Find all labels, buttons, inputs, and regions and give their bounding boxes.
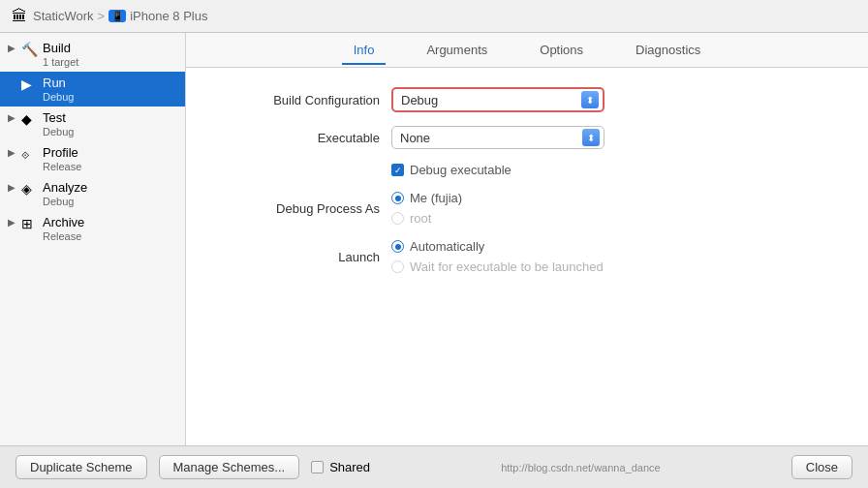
bottom-left: Duplicate Scheme Manage Schemes... Share… xyxy=(16,455,370,479)
debug-executable-checkbox[interactable] xyxy=(391,164,404,176)
tab-options[interactable]: Options xyxy=(528,37,595,65)
device-icon: 📱 xyxy=(108,10,126,22)
executable-value: None xyxy=(400,131,578,145)
manage-schemes-button[interactable]: Manage Schemes... xyxy=(159,455,300,479)
debug-process-me-label: Me (fujia) xyxy=(410,191,462,205)
watermark: http://blog.csdn.net/wanna_dance xyxy=(382,462,780,473)
debug-process-row: Debug Process As Me (fujia) root xyxy=(225,191,829,226)
run-icon: ▶ xyxy=(21,76,39,92)
profile-item-content: Profile Release xyxy=(43,145,81,172)
sidebar-item-run[interactable]: ▶ Run Debug xyxy=(0,72,185,107)
watermark-text: http://blog.csdn.net/wanna_dance xyxy=(501,462,661,473)
debug-process-radio-group: Me (fujia) root xyxy=(391,191,462,226)
build-config-dropdown[interactable]: Debug ⬍ xyxy=(391,87,604,112)
run-item-content: Run Debug xyxy=(43,76,74,103)
launch-auto-radio[interactable] xyxy=(391,240,404,253)
test-label: Test xyxy=(43,110,74,125)
sidebar-item-build[interactable]: ▶ 🔨 Build 1 target xyxy=(0,37,185,72)
project-name: StaticWork xyxy=(33,9,94,23)
build-config-label: Build Configuration xyxy=(225,93,380,107)
shared-checkbox-row: Shared xyxy=(311,460,370,474)
launch-wait-radio[interactable] xyxy=(391,260,404,273)
close-button[interactable]: Close xyxy=(791,455,852,479)
sidebar-item-test[interactable]: ▶ ◆ Test Debug xyxy=(0,107,185,141)
run-label: Run xyxy=(43,76,74,90)
build-config-arrow-icon: ⬍ xyxy=(581,91,599,108)
tab-bar: Info Arguments Options Diagnostics xyxy=(186,33,868,68)
main-content: ▶ 🔨 Build 1 target ▶ Run Debug ▶ ◆ Test … xyxy=(0,33,868,445)
title-bar: 🏛 StaticWork > 📱 iPhone 8 Plus xyxy=(0,0,868,33)
launch-radio-group: Automatically Wait for executable to be … xyxy=(391,239,604,274)
launch-auto-label: Automatically xyxy=(410,239,484,254)
test-item-content: Test Debug xyxy=(43,110,74,137)
expand-icon-build: ▶ xyxy=(8,43,17,53)
duplicate-scheme-button[interactable]: Duplicate Scheme xyxy=(16,455,147,479)
sidebar: ▶ 🔨 Build 1 target ▶ Run Debug ▶ ◆ Test … xyxy=(0,33,186,445)
test-icon: ◆ xyxy=(21,111,39,127)
debug-executable-row: Debug executable xyxy=(391,163,829,177)
expand-icon-profile: ▶ xyxy=(8,147,17,158)
shared-checkbox[interactable] xyxy=(311,461,324,473)
tab-diagnostics[interactable]: Diagnostics xyxy=(624,37,712,65)
analyze-icon: ◈ xyxy=(21,181,39,197)
profile-icon: ⟐ xyxy=(21,146,39,162)
breadcrumb: StaticWork > 📱 iPhone 8 Plus xyxy=(33,9,207,23)
build-config-row: Build Configuration Debug ⬍ xyxy=(225,87,829,112)
bottom-bar: Duplicate Scheme Manage Schemes... Share… xyxy=(0,445,868,488)
launch-wait-row: Wait for executable to be launched xyxy=(391,259,604,274)
tab-info[interactable]: Info xyxy=(342,37,387,65)
analyze-label: Analyze xyxy=(43,180,87,195)
debug-process-root-row: root xyxy=(391,211,462,226)
run-sublabel: Debug xyxy=(43,91,74,103)
expand-icon-analyze: ▶ xyxy=(8,182,17,193)
project-icon: 🏛 xyxy=(12,8,27,25)
debug-process-me-row: Me (fujia) xyxy=(391,191,462,205)
profile-label: Profile xyxy=(43,145,81,160)
archive-label: Archive xyxy=(43,215,84,229)
launch-row: Launch Automatically Wait for executable… xyxy=(225,239,829,274)
launch-auto-row: Automatically xyxy=(391,239,604,254)
archive-sublabel: Release xyxy=(43,230,84,242)
debug-executable-label: Debug executable xyxy=(410,163,512,177)
profile-sublabel: Release xyxy=(43,161,81,172)
device-name: iPhone 8 Plus xyxy=(130,9,207,23)
build-config-control: Debug ⬍ xyxy=(391,87,829,112)
debug-process-me-radio[interactable] xyxy=(391,192,404,204)
sidebar-item-profile[interactable]: ▶ ⟐ Profile Release xyxy=(0,141,185,176)
sidebar-item-analyze[interactable]: ▶ ◈ Analyze Debug xyxy=(0,176,185,211)
tab-arguments[interactable]: Arguments xyxy=(415,37,499,65)
build-item-content: Build 1 target xyxy=(43,41,78,68)
debug-process-root-radio[interactable] xyxy=(391,212,404,225)
expand-icon-test: ▶ xyxy=(8,112,17,123)
shared-label: Shared xyxy=(329,460,370,474)
breadcrumb-separator: > xyxy=(98,9,106,23)
executable-row: Executable None ⬍ xyxy=(225,126,829,149)
expand-icon-archive: ▶ xyxy=(8,217,17,228)
debug-process-control: Me (fujia) root xyxy=(391,191,829,226)
executable-control: None ⬍ xyxy=(391,126,829,149)
content-area: Info Arguments Options Diagnostics Build… xyxy=(186,33,868,445)
test-sublabel: Debug xyxy=(43,126,74,137)
build-sublabel: 1 target xyxy=(43,56,78,68)
launch-control: Automatically Wait for executable to be … xyxy=(391,239,829,274)
analyze-sublabel: Debug xyxy=(43,196,87,207)
launch-label: Launch xyxy=(225,250,380,264)
executable-label: Executable xyxy=(225,131,380,145)
device-label: 📱 iPhone 8 Plus xyxy=(108,9,207,23)
archive-icon: ⊞ xyxy=(21,216,39,231)
settings-panel: Build Configuration Debug ⬍ Executable N… xyxy=(186,68,868,445)
launch-wait-label: Wait for executable to be launched xyxy=(410,259,604,274)
build-icon: 🔨 xyxy=(21,42,39,57)
sidebar-item-archive[interactable]: ▶ ⊞ Archive Release xyxy=(0,211,185,246)
analyze-item-content: Analyze Debug xyxy=(43,180,87,207)
archive-item-content: Archive Release xyxy=(43,215,84,242)
debug-process-root-label: root xyxy=(410,211,431,226)
executable-dropdown[interactable]: None ⬍ xyxy=(391,126,604,149)
build-config-value: Debug xyxy=(401,93,577,107)
build-label: Build xyxy=(43,41,78,55)
debug-process-label: Debug Process As xyxy=(225,201,380,216)
executable-arrow-icon: ⬍ xyxy=(582,129,600,146)
